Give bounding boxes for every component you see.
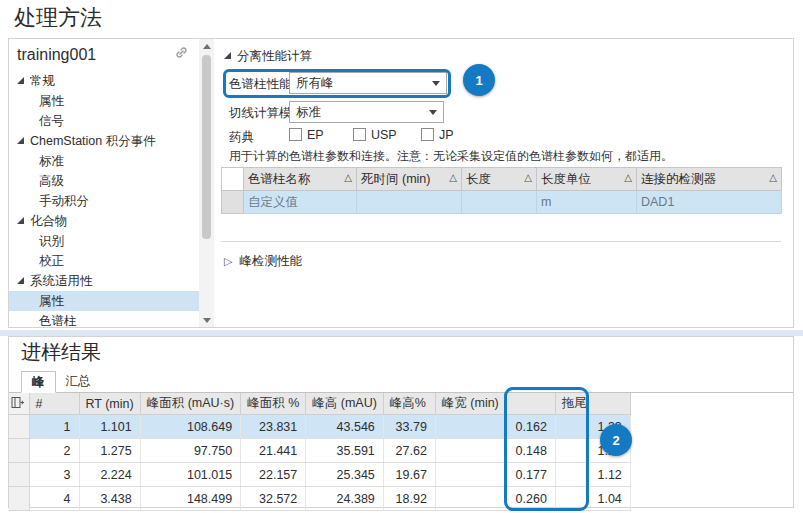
column-header[interactable]: 峰高% bbox=[383, 393, 435, 415]
sidebar-item-手动积分[interactable]: 手动积分 bbox=[9, 191, 199, 211]
row-header-cell[interactable] bbox=[9, 415, 29, 439]
sidebar-item-属性[interactable]: 属性 bbox=[9, 291, 199, 311]
cell[interactable]: 25.345 bbox=[306, 463, 384, 487]
row-header-cell[interactable] bbox=[9, 463, 29, 487]
peaks-table: #RT (min)峰面积 (mAU·s)峰面积 %峰高 (mAU)峰高%峰宽 (… bbox=[9, 393, 631, 511]
column-header[interactable]: 峰宽 (min) bbox=[435, 393, 555, 415]
cell[interactable]: 1.04 bbox=[555, 487, 630, 511]
cell[interactable]: 35.591 bbox=[306, 439, 384, 463]
row-header-cell[interactable] bbox=[9, 439, 29, 463]
column-header[interactable]: 长度△ bbox=[462, 168, 537, 191]
sidebar-item-色谱柱[interactable]: 色谱柱 bbox=[9, 311, 199, 331]
cell[interactable]: m bbox=[537, 191, 637, 214]
chevron-down-icon bbox=[429, 110, 437, 115]
cell[interactable] bbox=[462, 191, 537, 214]
sort-triangle-icon[interactable]: △ bbox=[344, 172, 352, 183]
table-row[interactable]: 自定义值mDAD1 bbox=[222, 191, 782, 214]
cell[interactable]: 1 bbox=[29, 415, 79, 439]
link-icon bbox=[174, 45, 189, 64]
section-title: 分离性能计算 bbox=[237, 48, 312, 65]
scroll-up-icon[interactable] bbox=[199, 39, 214, 53]
cell[interactable]: 0.148 bbox=[435, 439, 555, 463]
sidebar-item-label: 系统适用性 bbox=[30, 271, 93, 291]
column-header[interactable]: 长度单位△ bbox=[537, 168, 637, 191]
cell[interactable]: 2.224 bbox=[79, 463, 140, 487]
cell[interactable]: 97.750 bbox=[140, 439, 241, 463]
cell[interactable]: 23.831 bbox=[241, 415, 306, 439]
sidebar-item-化合物[interactable]: 化合物 bbox=[9, 211, 199, 231]
sidebar-item-校正[interactable]: 校正 bbox=[9, 251, 199, 271]
tangent-mode-dropdown[interactable]: 标准 bbox=[289, 101, 444, 123]
sidebar-item-标准[interactable]: 标准 bbox=[9, 151, 199, 171]
cell[interactable]: 0.162 bbox=[435, 415, 555, 439]
sidebar-item-识别[interactable]: 识别 bbox=[9, 231, 199, 251]
cell[interactable]: 21.441 bbox=[241, 439, 306, 463]
sidebar-item-属性[interactable]: 属性 bbox=[9, 91, 199, 111]
cell[interactable] bbox=[357, 191, 462, 214]
cell[interactable]: 19.67 bbox=[383, 463, 435, 487]
sidebar-item-ChemStation 积分事件[interactable]: ChemStation 积分事件 bbox=[9, 131, 199, 151]
sort-triangle-icon[interactable]: △ bbox=[524, 172, 532, 183]
cell[interactable]: 101.015 bbox=[140, 463, 241, 487]
sort-triangle-icon[interactable]: △ bbox=[449, 172, 457, 183]
column-header[interactable]: 死时间 (min)△ bbox=[357, 168, 462, 191]
scroll-down-icon[interactable] bbox=[199, 313, 214, 327]
column-header[interactable]: 峰面积 % bbox=[241, 393, 306, 415]
sidebar-item-常规[interactable]: 常规 bbox=[9, 71, 199, 91]
add-column-icon[interactable] bbox=[9, 393, 29, 415]
column-header[interactable]: 峰面积 (mAU·s) bbox=[140, 393, 241, 415]
cell[interactable]: 4 bbox=[29, 487, 79, 511]
cell[interactable]: 18.92 bbox=[383, 487, 435, 511]
sidebar-item-系统适用性[interactable]: 系统适用性 bbox=[9, 271, 199, 291]
row-header-cell[interactable] bbox=[9, 487, 29, 511]
column-performance-dropdown[interactable]: 所有峰 bbox=[289, 72, 447, 94]
cell[interactable]: 1.101 bbox=[79, 415, 140, 439]
injection-results-panel: 进样结果 峰汇总 #RT (min)峰面积 (mAU·s)峰面积 %峰高 (mA… bbox=[8, 336, 794, 508]
cell[interactable]: 1.12 bbox=[555, 463, 630, 487]
sort-triangle-icon[interactable]: △ bbox=[769, 172, 777, 183]
expanded-triangle-icon bbox=[17, 277, 24, 284]
column-parameters-table: 色谱柱名称△死时间 (min)△长度△长度单位△连接的检测器△自定义值mDAD1 bbox=[221, 167, 782, 214]
sidebar-item-信号[interactable]: 信号 bbox=[9, 111, 199, 131]
checkbox-ep[interactable] bbox=[289, 128, 302, 141]
cell[interactable]: 3.438 bbox=[79, 487, 140, 511]
sidebar-item-高级[interactable]: 高级 bbox=[9, 171, 199, 191]
expanded-triangle-icon bbox=[17, 137, 24, 144]
cell[interactable]: 27.62 bbox=[383, 439, 435, 463]
column-header[interactable]: RT (min) bbox=[79, 393, 140, 415]
table-row[interactable]: 11.101108.64923.83143.54633.790.1621.33 bbox=[9, 415, 630, 439]
column-header[interactable]: 拖尾 bbox=[555, 393, 630, 415]
sidebar-scrollbar[interactable] bbox=[199, 39, 214, 327]
cell[interactable]: 108.649 bbox=[140, 415, 241, 439]
checkbox-jp[interactable] bbox=[421, 128, 434, 141]
cell[interactable]: 0.260 bbox=[435, 487, 555, 511]
sort-triangle-icon[interactable]: △ bbox=[624, 172, 632, 183]
table-row[interactable]: 32.224101.01522.15725.34519.670.1771.12 bbox=[9, 463, 630, 487]
scrollbar-thumb[interactable] bbox=[202, 55, 211, 239]
row-header-cell[interactable] bbox=[222, 191, 244, 214]
cell[interactable]: 32.572 bbox=[241, 487, 306, 511]
checkbox-usp[interactable] bbox=[353, 128, 366, 141]
cell[interactable]: 22.157 bbox=[241, 463, 306, 487]
section-header-peak-detection[interactable]: ▷ 峰检测性能 bbox=[224, 253, 302, 270]
cell[interactable]: 自定义值 bbox=[244, 191, 357, 214]
section-header-separation[interactable]: 分离性能计算 bbox=[224, 48, 312, 65]
cell[interactable]: 2 bbox=[29, 439, 79, 463]
column-header[interactable]: 色谱柱名称△ bbox=[244, 168, 357, 191]
cell[interactable]: 1.275 bbox=[79, 439, 140, 463]
cell[interactable]: 0.177 bbox=[435, 463, 555, 487]
column-header[interactable]: # bbox=[29, 393, 79, 415]
table-row[interactable]: 21.27597.75021.44135.59127.620.1481.21 bbox=[9, 439, 630, 463]
cell[interactable]: 3 bbox=[29, 463, 79, 487]
tab-peaks[interactable]: 峰 bbox=[21, 371, 56, 393]
column-header[interactable]: 连接的检测器△ bbox=[637, 168, 782, 191]
column-header[interactable]: 峰高 (mAU) bbox=[306, 393, 384, 415]
row-selector-header[interactable] bbox=[222, 168, 244, 191]
cell[interactable]: 24.389 bbox=[306, 487, 384, 511]
cell[interactable]: DAD1 bbox=[637, 191, 782, 214]
cell[interactable]: 148.499 bbox=[140, 487, 241, 511]
cell[interactable]: 43.546 bbox=[306, 415, 384, 439]
table-row[interactable]: 43.438148.49932.57224.38918.920.2601.04 bbox=[9, 487, 630, 511]
tab-summary[interactable]: 汇总 bbox=[56, 371, 101, 392]
cell[interactable]: 33.79 bbox=[383, 415, 435, 439]
